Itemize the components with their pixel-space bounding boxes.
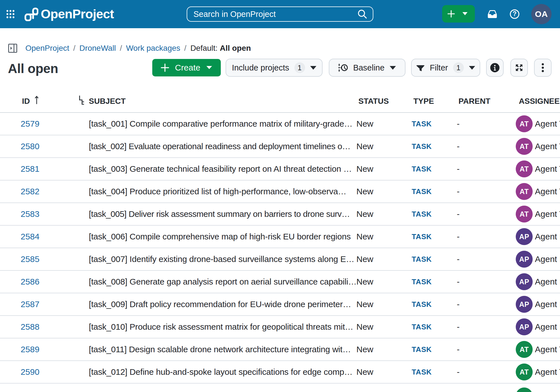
svg-text:?: ?	[513, 10, 517, 17]
